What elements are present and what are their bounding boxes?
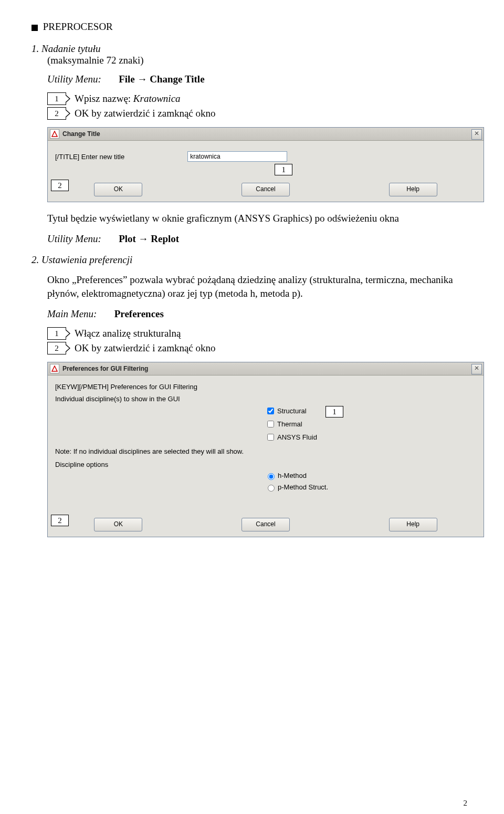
between-menu-label: Utility Menu:	[47, 233, 101, 244]
sec2-step-1: 1 Włącz analizę strukturalną	[47, 327, 472, 340]
preprocessor-header: PREPROCESOR	[32, 21, 472, 33]
change-title-dialog: Change Title ✕ [/TITLE] Enter new title …	[47, 127, 484, 202]
sec2-menu-path: Preferences	[114, 308, 164, 319]
sec2-menu-label: Main Menu:	[47, 308, 97, 319]
between-menu: Utility Menu: Plot → Replot	[47, 233, 472, 245]
help-button[interactable]: Help	[389, 183, 437, 196]
sec2-desc: Okno „Preferences” pozwala wybrać pożąda…	[47, 273, 457, 301]
sec1-menu-label: Utility Menu:	[47, 74, 101, 85]
sec2-main-menu: Main Menu: Preferences	[47, 308, 472, 320]
sec2-step-2: 2 OK by zatwierdzić i zamknąć okno	[47, 342, 472, 354]
sec2-title: Ustawienia preferencji	[41, 254, 132, 265]
step1-prefix: Wpisz nazwę:	[75, 93, 133, 104]
close-icon[interactable]: ✕	[471, 129, 482, 140]
callout-2: 2	[47, 107, 66, 120]
step1-italic: Kratownica	[133, 93, 181, 104]
help-button[interactable]: Help	[389, 518, 437, 531]
sec1-title: Nadanie tytułu	[41, 43, 100, 54]
sec2-step1-text: Włącz analizę strukturalną	[75, 328, 181, 339]
close-icon[interactable]: ✕	[471, 364, 482, 374]
dlg2-overlay-2: 2	[51, 515, 69, 526]
dlg2-titlebar: Preferences for GUI Filtering ✕	[48, 362, 484, 375]
between-text: Tytuł będzie wyświetlany w oknie graficz…	[47, 212, 457, 226]
between-menu-path: Plot → Replot	[119, 233, 179, 244]
thermal-checkbox[interactable]	[267, 421, 274, 427]
thermal-label: Thermal	[277, 420, 302, 428]
dlg1-title: Change Title	[62, 130, 100, 138]
dlg2-disc-opt: Discipline options	[55, 461, 476, 468]
step2-text: OK by zatwierdzić i zamknąć okno	[75, 108, 216, 119]
sec1-step-2: 2 OK by zatwierdzić i zamknąć okno	[47, 107, 472, 120]
sec1-menu-path: File → Change Title	[119, 74, 204, 85]
ansys-logo-icon	[50, 364, 59, 373]
fluid-label: ANSYS Fluid	[277, 433, 317, 441]
dlg2-title: Preferences for GUI Filtering	[62, 365, 148, 372]
cancel-button[interactable]: Cancel	[242, 183, 290, 196]
fluid-checkbox[interactable]	[267, 434, 274, 441]
dlg2-note: Note: If no individual disciplines are s…	[55, 447, 476, 455]
dlg1-prompt: [/TITLE] Enter new title	[55, 153, 124, 161]
callout-1b: 1	[47, 327, 66, 340]
preferences-dialog: Preferences for GUI Filtering ✕ [KEYW][/…	[47, 362, 484, 537]
title-input[interactable]	[187, 151, 287, 162]
dlg2-line1: [KEYW][/PMETH] Preferences for GUI Filte…	[55, 383, 476, 391]
callout-2b: 2	[47, 342, 66, 354]
bullet-square-icon	[32, 25, 38, 31]
sec2-num: 2.	[32, 254, 39, 265]
cancel-button[interactable]: Cancel	[242, 518, 290, 531]
p-method-radio[interactable]	[268, 485, 275, 492]
h-method-label: h-Method	[278, 472, 307, 479]
structural-label: Structural	[277, 407, 307, 415]
h-method-radio[interactable]	[268, 473, 275, 480]
preprocessor-text: PREPROCESOR	[43, 21, 113, 32]
sec1-step-1: 1 Wpisz nazwę: Kratownica	[47, 92, 472, 105]
dlg1-overlay-1: 1	[275, 164, 292, 175]
structural-checkbox[interactable]	[267, 408, 274, 414]
section-2-heading: 2. Ustawienia preferencji	[32, 254, 472, 266]
dlg1-titlebar: Change Title ✕	[48, 128, 484, 141]
ok-button[interactable]: OK	[94, 518, 142, 531]
p-method-label: p-Method Struct.	[278, 483, 328, 491]
sec1-utility-menu: Utility Menu: File → Change Title	[47, 74, 472, 85]
sec1-sub: (maksymalnie 72 znaki)	[47, 55, 144, 66]
ansys-logo-icon	[50, 129, 59, 139]
dlg1-overlay-2: 2	[51, 180, 69, 191]
ok-button[interactable]: OK	[94, 183, 142, 196]
sec2-step2-text: OK by zatwierdzić i zamknąć okno	[75, 342, 216, 354]
dlg2-line2: Individual discipline(s) to show in the …	[55, 395, 476, 403]
sec1-num: 1.	[32, 43, 39, 54]
callout-1: 1	[47, 92, 66, 105]
dlg2-overlay-1: 1	[326, 406, 343, 418]
section-1-heading: 1. Nadanie tytułu (maksymalnie 72 znaki)	[32, 43, 472, 66]
